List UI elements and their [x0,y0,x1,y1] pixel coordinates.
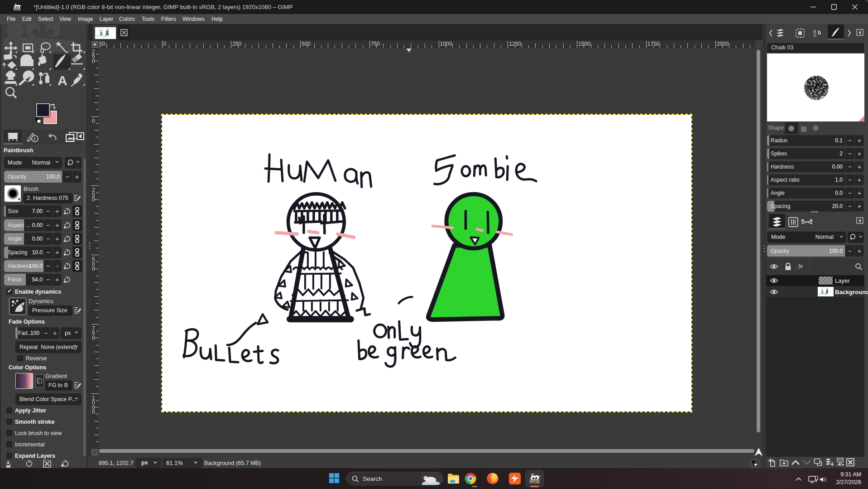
svg-text:i: i [34,136,35,141]
svg-text:A: A [58,73,67,88]
